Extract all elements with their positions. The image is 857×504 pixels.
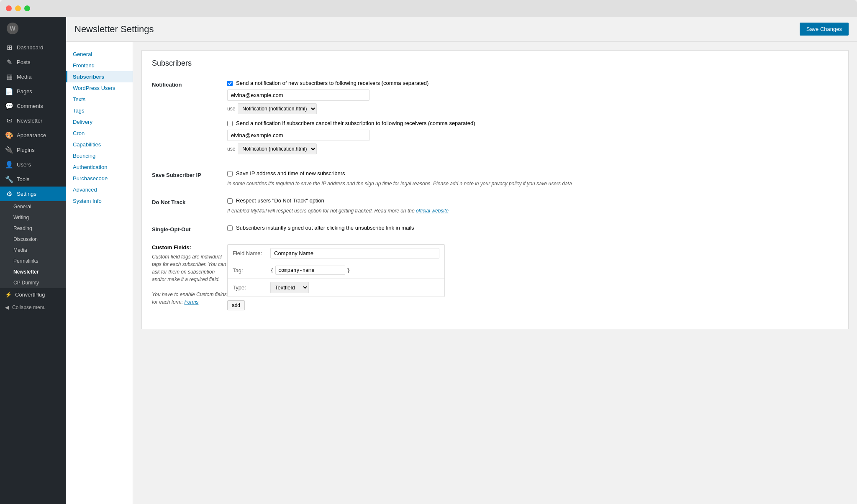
main-area: Newsletter Settings Save Changes General… [66, 17, 857, 504]
notification-email2[interactable] [227, 130, 369, 141]
sidebar-subitem-writing[interactable]: Writing [0, 212, 66, 223]
cf-field-name-input[interactable] [270, 248, 439, 258]
single-opt-out-checkbox[interactable] [227, 225, 233, 231]
notification-control: Send a notification of new subscribers t… [227, 80, 838, 160]
users-icon: 👤 [5, 161, 13, 169]
plugin-nav-cron[interactable]: Cron [66, 128, 133, 139]
settings-subitems: General Writing Reading Discussion Media… [0, 201, 66, 288]
save-ip-label: Save Subscriber IP [152, 170, 227, 178]
cf-tag-input[interactable] [275, 266, 345, 275]
sidebar-subitem-cp-dummy[interactable]: CP Dummy [0, 277, 66, 288]
notification-use-row1: use Notification (notification.html) [227, 103, 838, 114]
notification-email1[interactable] [227, 90, 369, 101]
notification-checkbox1[interactable] [227, 81, 233, 86]
save-changes-button[interactable]: Save Changes [800, 23, 849, 36]
plugin-nav-bouncing[interactable]: Bouncing [66, 150, 133, 161]
collapse-label: Collapse menu [12, 304, 46, 310]
posts-icon: ✎ [5, 58, 13, 66]
plugin-nav-advanced[interactable]: Advanced [66, 184, 133, 195]
do-not-track-label: Do Not Track [152, 197, 227, 205]
window-chrome [0, 0, 857, 17]
sidebar-item-label: Users [17, 161, 31, 168]
save-ip-checkbox-row: Save IP address and time of new subscrib… [227, 170, 838, 177]
custom-fields-control: Field Name: Tag: { [227, 244, 838, 310]
plugin-nav-capabilities[interactable]: Capabilities [66, 139, 133, 150]
minimize-button[interactable] [15, 5, 21, 11]
collapse-menu-button[interactable]: ◀ Collapse menu [0, 301, 66, 314]
plugin-nav-frontend[interactable]: Frontend [66, 60, 133, 71]
plugin-nav-system-info[interactable]: System Info [66, 195, 133, 207]
plugin-nav-subscribers[interactable]: Subscribers [66, 71, 133, 82]
sidebar-item-tools[interactable]: 🔧 Tools [0, 172, 66, 187]
settings-icon: ⚙ [5, 190, 13, 198]
do-not-track-checkbox-label: Respect users "Do Not Track" option [236, 197, 324, 204]
sidebar-item-media[interactable]: ▦ Media [0, 69, 66, 84]
official-website-link[interactable]: official website [416, 208, 449, 214]
add-custom-field-button[interactable]: add [227, 300, 245, 310]
cf-field-name-value [270, 248, 439, 258]
notification-template-select2[interactable]: Notification (notification.html) [238, 143, 317, 154]
sidebar-subitem-general[interactable]: General [0, 201, 66, 212]
cf-tag-prefix: { [270, 267, 274, 274]
sidebar-item-settings[interactable]: ⚙ Settings [0, 187, 66, 201]
comments-icon: 💬 [5, 102, 13, 110]
page-header: Newsletter Settings Save Changes [66, 17, 857, 42]
sidebar-item-plugins[interactable]: 🔌 Plugins [0, 143, 66, 157]
sidebar-subitem-discussion[interactable]: Discussion [0, 234, 66, 245]
maximize-button[interactable] [24, 5, 30, 11]
sidebar-logo: W [0, 17, 66, 40]
notification-checkbox2[interactable] [227, 121, 233, 126]
custom-fields-description: Custom field tags are individual tags fo… [152, 253, 227, 306]
plugin-nav-general[interactable]: General [66, 49, 133, 60]
plugin-nav-delivery[interactable]: Delivery [66, 116, 133, 128]
do-not-track-checkbox[interactable] [227, 198, 233, 204]
tools-icon: 🔧 [5, 175, 13, 183]
sidebar-item-pages[interactable]: 📄 Pages [0, 84, 66, 99]
save-ip-checkbox[interactable] [227, 171, 233, 177]
sidebar-nav: ⊞ Dashboard ✎ Posts ▦ Media 📄 Pages 💬 Co… [0, 40, 66, 504]
notification-template-select1[interactable]: Notification (notification.html) [238, 103, 317, 114]
sidebar-item-comments[interactable]: 💬 Comments [0, 99, 66, 113]
plugin-nav-wordpress-users[interactable]: WordPress Users [66, 82, 133, 94]
forms-link[interactable]: Forms [184, 299, 198, 305]
plugin-nav-texts[interactable]: Texts [66, 94, 133, 105]
sidebar-subitem-media[interactable]: Media [0, 245, 66, 256]
sidebar-subitem-permalinks[interactable]: Permalinks [0, 256, 66, 266]
plugin-nav-tags[interactable]: Tags [66, 105, 133, 116]
notification-checkbox2-label: Send a notification if subscribers cance… [236, 120, 475, 126]
sidebar-item-appearance[interactable]: 🎨 Appearance [0, 128, 66, 143]
notification-label: Notification [152, 80, 227, 88]
sidebar-subitem-reading[interactable]: Reading [0, 223, 66, 234]
settings-card: Subscribers Notification Send a notifica… [141, 50, 849, 329]
use-label2: use [227, 146, 235, 152]
settings-panel: Subscribers Notification Send a notifica… [133, 42, 857, 504]
sidebar-item-label: Posts [17, 59, 31, 65]
sidebar-item-dashboard[interactable]: ⊞ Dashboard [0, 40, 66, 55]
sidebar-item-newsletter[interactable]: ✉ Newsletter [0, 113, 66, 128]
notification-checkbox1-row: Send a notification of new subscribers t… [227, 80, 838, 86]
single-opt-out-control: Subscribers instantly signed out after c… [227, 225, 838, 234]
sidebar-item-label: Pages [17, 88, 32, 95]
sidebar-item-posts[interactable]: ✎ Posts [0, 55, 66, 69]
sidebar-item-label: Tools [17, 176, 29, 182]
sidebar-item-users[interactable]: 👤 Users [0, 157, 66, 172]
cf-type-select[interactable]: Textfield Textarea Checkbox Select [270, 282, 309, 293]
cf-type-row: Type: Textfield Textarea Checkbox Select [228, 279, 444, 297]
save-ip-help-text: In some countries it's required to save … [227, 180, 838, 187]
sidebar-item-label: Plugins [17, 147, 35, 153]
plugin-nav: General Frontend Subscribers WordPress U… [66, 42, 133, 504]
save-ip-row: Save Subscriber IP Save IP address and t… [152, 170, 838, 187]
plugin-nav-purchasecode[interactable]: Purchasecode [66, 173, 133, 184]
plugin-nav-authentication[interactable]: Authentication [66, 161, 133, 173]
close-button[interactable] [6, 5, 12, 11]
do-not-track-control: Respect users "Do Not Track" option If e… [227, 197, 838, 215]
sidebar-item-convertplug[interactable]: ⚡ ConvertPlug [0, 288, 66, 301]
media-icon: ▦ [5, 73, 13, 81]
custom-fields-row: Custom Fields: Custom field tags are ind… [152, 244, 838, 310]
newsletter-icon: ✉ [5, 117, 13, 125]
single-opt-out-checkbox-label: Subscribers instantly signed out after c… [236, 225, 414, 231]
sidebar-item-label: Newsletter [17, 118, 42, 124]
cf-type-key: Type: [233, 284, 270, 291]
sidebar-subitem-newsletter[interactable]: Newsletter [0, 266, 66, 277]
section-title: Subscribers [152, 59, 838, 73]
